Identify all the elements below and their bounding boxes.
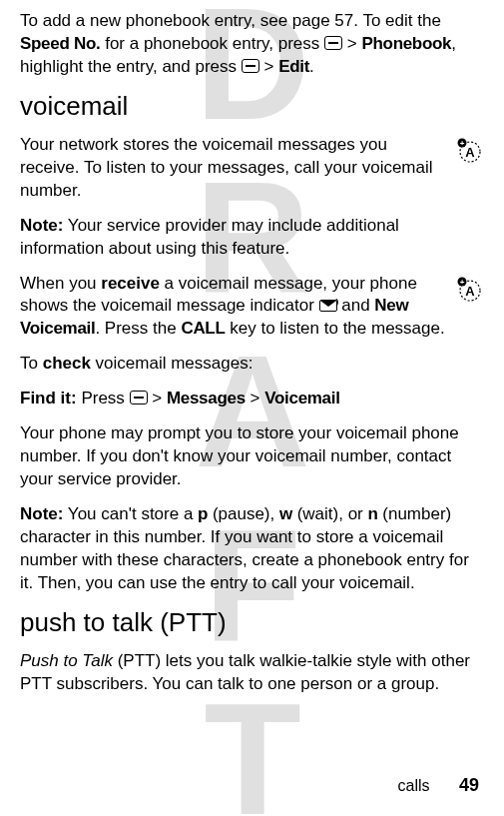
edit-label: Edit (278, 57, 309, 76)
intro-text-2: for a phonebook entry, press (100, 34, 324, 53)
ptt-p1: Push to Talk (PTT) lets you talk walkie-… (20, 650, 484, 696)
svg-text:+: + (460, 139, 465, 148)
phonebook-label: Phonebook (361, 34, 451, 53)
page-footer: calls 49 (398, 775, 480, 796)
voicemail-p3: To check voicemail messages: (20, 353, 484, 376)
menu-button-icon (324, 36, 342, 50)
note2-c: (pause), (208, 504, 279, 523)
vm-p2e: key to listen to the message. (226, 319, 445, 338)
network-feature-icon: A + (456, 276, 484, 304)
find-it-press: Press (77, 389, 130, 408)
p-char: p (198, 504, 208, 523)
note2-b: You can't store a (63, 504, 198, 523)
svg-text:+: + (460, 278, 465, 287)
note-label-2: Note: (20, 504, 63, 523)
vm-p3a: To (20, 354, 43, 373)
vm-p3b: voicemail messages: (91, 354, 253, 373)
vm-p2c: and (337, 296, 375, 315)
footer-section: calls (398, 777, 430, 794)
voicemail-note2: Note: You can't store a p (pause), w (wa… (20, 503, 484, 595)
ptt-italic: Push to Talk (20, 651, 113, 670)
note-label: Note: (20, 216, 63, 235)
voicemail-p1: Your network stores the voicemail messag… (20, 134, 484, 203)
voicemail-p4: Your phone may prompt you to store your … (20, 422, 484, 491)
page-content: To add a new phonebook entry, see page 5… (20, 10, 484, 696)
vm-p2d: . Press the (95, 319, 181, 338)
intro-text-4: . (309, 57, 314, 76)
gt-1: > (342, 34, 361, 53)
w-char: w (279, 504, 292, 523)
gt-2: > (259, 57, 278, 76)
intro-paragraph: To add a new phonebook entry, see page 5… (20, 10, 484, 79)
speed-no-label: Speed No. (20, 34, 100, 53)
note2-d: (wait), or (292, 504, 368, 523)
receive-label: receive (101, 274, 160, 293)
voicemail-heading: voicemail (20, 91, 484, 122)
voicemail-menu-label: Voicemail (264, 389, 339, 408)
ptt-heading: push to talk (PTT) (20, 607, 484, 638)
find-it-label: Find it: (20, 389, 77, 408)
menu-button-icon (130, 391, 148, 405)
voicemail-p2: When you receive a voicemail message, yo… (20, 273, 484, 342)
page-number: 49 (459, 775, 479, 795)
menu-button-icon (242, 59, 259, 73)
check-label: check (43, 354, 91, 373)
svg-text:A: A (465, 284, 475, 299)
intro-text-1: To add a new phonebook entry, see page 5… (20, 11, 441, 30)
call-key-label: CALL (181, 319, 225, 338)
gt-3: > (148, 389, 167, 408)
voicemail-indicator-icon (319, 300, 337, 312)
voicemail-note1: Note: Your service provider may include … (20, 215, 484, 261)
n-char: n (367, 504, 377, 523)
gt-4: > (246, 389, 264, 408)
messages-label: Messages (167, 389, 246, 408)
note-text: Your service provider may include additi… (20, 216, 399, 258)
vm-p2a: When you (20, 274, 101, 293)
network-feature-icon: A + (456, 137, 484, 165)
svg-text:A: A (465, 145, 475, 160)
find-it-line: Find it: Press > Messages > Voicemail (20, 388, 484, 410)
